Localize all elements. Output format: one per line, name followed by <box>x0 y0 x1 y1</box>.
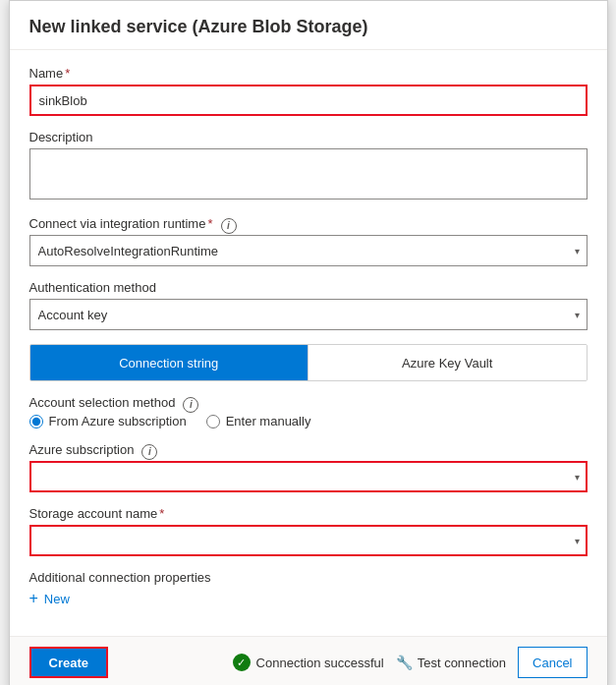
create-button[interactable]: Create <box>29 647 108 678</box>
test-connection-button[interactable]: 🔧 Test connection <box>396 655 506 670</box>
dialog-title: New linked service (Azure Blob Storage) <box>10 1 607 50</box>
radio-from-azure-input[interactable] <box>29 415 43 428</box>
storage-account-required-star: * <box>159 506 164 521</box>
auth-select-wrapper: Account key ▾ <box>29 299 588 330</box>
runtime-info-icon[interactable]: i <box>221 218 237 234</box>
name-label: Name* <box>29 66 588 81</box>
storage-account-select[interactable] <box>29 525 588 556</box>
account-selection-label-row: Account selection method i <box>29 395 588 414</box>
runtime-select[interactable]: AutoResolveIntegrationRuntime <box>29 235 588 266</box>
runtime-field-group: Connect via integration runtime* i AutoR… <box>29 216 588 266</box>
account-selection-field-group: Account selection method i From Azure su… <box>29 395 588 428</box>
connection-status-text: Connection successful <box>256 656 384 670</box>
azure-subscription-field-group: Azure subscription i ▾ <box>29 442 588 492</box>
test-connection-label: Test connection <box>418 656 506 670</box>
storage-account-select-wrapper: ▾ <box>29 525 588 556</box>
runtime-select-wrapper: AutoResolveIntegrationRuntime ▾ <box>29 235 588 266</box>
add-new-label: New <box>44 592 70 606</box>
azure-subscription-select[interactable] <box>29 461 588 492</box>
radio-enter-manually-option[interactable]: Enter manually <box>206 414 311 428</box>
auth-field-group: Authentication method Account key ▾ <box>29 280 588 330</box>
tab-bar: Connection string Azure Key Vault <box>29 344 588 381</box>
runtime-required-star: * <box>207 216 212 231</box>
radio-group: From Azure subscription Enter manually <box>29 414 588 428</box>
additional-props-label: Additional connection properties <box>29 570 588 585</box>
auth-label: Authentication method <box>29 280 588 295</box>
connection-status: ✓ Connection successful <box>233 654 384 671</box>
azure-subscription-label: Azure subscription <box>29 442 135 457</box>
dialog-body: Name* Description Connect via integratio… <box>10 50 607 636</box>
tab-connection-string[interactable]: Connection string <box>30 345 308 380</box>
runtime-label: Connect via integration runtime* <box>29 216 213 231</box>
tab-azure-key-vault[interactable]: Azure Key Vault <box>308 345 587 380</box>
name-field-group: Name* <box>29 66 588 116</box>
add-new-row[interactable]: + New <box>29 591 588 606</box>
azure-subscription-label-row: Azure subscription i <box>29 442 588 461</box>
runtime-label-row: Connect via integration runtime* i <box>29 216 588 235</box>
status-check-icon: ✓ <box>233 654 251 671</box>
dialog-footer: Create ✓ Connection successful 🔧 Test co… <box>10 636 607 685</box>
radio-enter-manually-input[interactable] <box>206 415 220 428</box>
description-label: Description <box>29 130 588 144</box>
footer-right: ✓ Connection successful 🔧 Test connectio… <box>233 647 588 678</box>
additional-props-group: Additional connection properties + New <box>29 570 588 606</box>
auth-select[interactable]: Account key <box>29 299 588 330</box>
account-selection-info-icon[interactable]: i <box>183 397 198 413</box>
storage-account-label: Storage account name* <box>29 506 588 521</box>
name-required-star: * <box>65 66 70 81</box>
name-input[interactable] <box>29 85 588 116</box>
radio-from-azure-option[interactable]: From Azure subscription <box>29 414 187 428</box>
account-selection-label: Account selection method <box>29 395 176 410</box>
azure-subscription-info-icon[interactable]: i <box>141 444 157 460</box>
footer-left: Create <box>29 647 108 678</box>
wrench-icon: 🔧 <box>396 655 413 670</box>
description-field-group: Description <box>29 130 588 202</box>
cancel-button[interactable]: Cancel <box>518 647 587 678</box>
description-input[interactable] <box>29 148 588 200</box>
new-linked-service-dialog: New linked service (Azure Blob Storage) … <box>9 0 608 685</box>
radio-enter-manually-label: Enter manually <box>226 414 311 428</box>
add-icon: + <box>29 591 38 606</box>
storage-account-field-group: Storage account name* ▾ <box>29 506 588 556</box>
radio-from-azure-label: From Azure subscription <box>49 414 187 428</box>
azure-subscription-select-wrapper: ▾ <box>29 461 588 492</box>
